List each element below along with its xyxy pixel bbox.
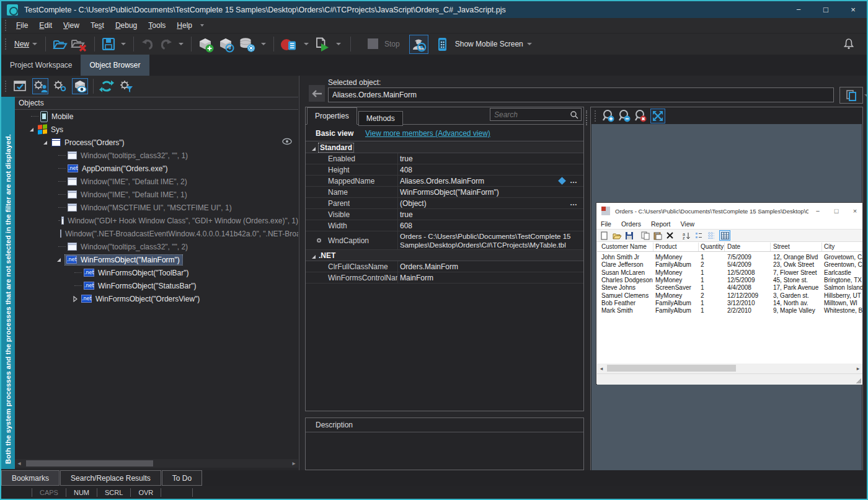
menu-file[interactable]: File [11,19,33,32]
tree-item-window-ime1[interactable]: Window("IME", "Default IME", 1) [15,188,298,201]
spy-mobile-icon[interactable] [409,35,428,54]
menubar-overflow-icon[interactable] [200,24,204,27]
search-input[interactable] [490,109,569,120]
tree-item-mainform[interactable]: .net WinFormsObject("MainForm") [15,253,298,266]
orders-new-icon[interactable] [600,231,609,240]
search-box[interactable] [490,108,582,121]
column-header[interactable]: Date [727,243,740,250]
orders-smallgrid-icon[interactable] [707,231,715,240]
run-dropdown-icon[interactable] [336,43,341,45]
panel-splitter[interactable] [586,110,587,125]
property-row-parent[interactable]: Parent (Object) … [306,198,583,209]
property-row-name[interactable]: Name WinFormsObject("MainForm") [306,187,583,198]
tree-item-process-orders[interactable]: Process("Orders") [15,136,298,149]
preview-toolbar-grip[interactable] [595,110,597,122]
orders-scroll-left-icon[interactable]: ◂ [597,365,606,372]
orders-minimize-button[interactable]: − [808,207,827,215]
property-row-winformscontrolname[interactable]: WinFormsControlName MainForm [306,272,583,283]
grid-row[interactable]: Samuel ClemensMyMoney212/12/20093, Garde… [597,292,862,300]
scroll-right-icon[interactable]: ▸ [290,459,298,468]
menu-test[interactable]: Test [85,19,110,32]
new-button[interactable]: New [11,35,41,53]
orders-copy-icon[interactable] [641,231,650,240]
tree-item-window-msctfime[interactable]: Window("MSCTFIME UI", "MSCTFIME UI", 1) [15,201,298,214]
tools-dropdown-icon[interactable] [261,43,266,45]
grid-row[interactable]: Bob FeatherFamilyAlbum13/12/201014, Nort… [597,300,862,307]
menu-tools[interactable]: Tools [143,19,171,32]
column-header[interactable]: Street [773,243,790,250]
tree-item-window-tooltips2[interactable]: Window("tooltips_class32", "", 2) [15,240,298,253]
grid-row[interactable]: John Smith JrMyMoney17/5/200912, Orange … [597,254,862,261]
column-header[interactable]: Product [655,243,676,250]
column-header[interactable]: Quantity [701,243,724,250]
tree-item-toolbar[interactable]: .net WinFormsObject("ToolBar") [15,266,298,279]
orders-menu-file[interactable]: File [596,220,617,228]
orders-resize-grip[interactable] [856,378,861,383]
group-expanded-icon[interactable] [311,254,317,260]
grid-row[interactable]: Charles DodgesonMyMoney112/5/200945, Sto… [597,277,862,284]
tree-item-ordersview[interactable]: .net WinFormsObject("OrdersView") [15,292,298,305]
zoom-reset-icon[interactable] [633,109,648,123]
show-user-processes-icon[interactable] [32,78,48,94]
property-group-standard[interactable]: Standard [306,142,583,153]
column-header[interactable]: City [824,243,835,250]
scrollbar-thumb[interactable] [26,460,153,467]
zoom-out-icon[interactable] [617,109,632,123]
grid-row[interactable]: Steve JohnsScreenSaver14/4/200817, Park … [597,284,862,292]
tree-item-statusbar[interactable]: .net WinFormsObject("StatusBar") [15,279,298,292]
tab-bookmarks[interactable]: Bookmarks [1,470,60,486]
open-project-icon[interactable] [52,37,67,51]
maximize-button[interactable]: □ [812,1,839,18]
orders-save-icon[interactable] [625,231,634,240]
tab-object-browser[interactable]: Object Browser [81,55,149,76]
run-icon[interactable] [314,37,331,51]
redo-icon[interactable] [159,37,174,51]
grid-row[interactable]: Mark SmithFamilyAlbum12/2/20109, Maple V… [597,307,862,315]
menu-edit[interactable]: Edit [33,19,58,32]
orders-scrollbar-thumb[interactable] [607,365,736,372]
toolbar-grip[interactable] [5,38,7,50]
collapsed-arrow-icon[interactable] [72,296,78,302]
record-dropdown-icon[interactable] [304,43,309,45]
advanced-view-link[interactable]: View more members (Advanced view) [365,129,490,138]
property-row-clrfullclassname[interactable]: ClrFullClassName Orders.MainForm [306,261,583,272]
save-dropdown-icon[interactable] [121,43,126,45]
orders-delete-icon[interactable] [666,231,675,240]
database-options-icon[interactable] [239,37,256,51]
orders-table-view-icon[interactable] [719,230,730,241]
tree-item-mobile[interactable]: Mobile [15,110,298,123]
tab-todo[interactable]: To Do [162,470,202,486]
property-row-width[interactable]: Width 608 [306,220,583,231]
orders-checklist-icon[interactable] [694,231,703,240]
orders-maximize-button[interactable]: □ [827,207,846,215]
grid-row[interactable]: Susan McLarenMyMoney112/5/20087, Flower … [597,269,862,277]
orders-open-icon[interactable] [613,231,621,240]
property-row-height[interactable]: Height 408 [306,164,583,176]
orders-menu-report[interactable]: Report [647,220,676,228]
column-header[interactable]: Customer Name [601,243,647,250]
tree-item-window-gdihook[interactable]: Window("GDI+ Hook Window Class", "GDI+ W… [15,214,298,227]
copy-dropdown-icon[interactable] [864,94,868,97]
orders-menu-view[interactable]: View [676,220,701,228]
ellipsis-button[interactable]: … [570,199,577,207]
tree-horizontal-scrollbar[interactable]: ◂ ▸ [15,459,298,468]
mobile-screen-icon[interactable] [435,37,450,51]
expanded-arrow-icon[interactable] [56,257,62,263]
refresh-icon[interactable] [99,78,115,94]
eye-icon[interactable] [282,138,292,145]
zoom-in-icon[interactable] [601,109,616,123]
menu-help[interactable]: Help [171,19,198,32]
scroll-left-icon[interactable]: ◂ [15,459,24,468]
orders-scroll-right-icon[interactable]: ▸ [854,365,862,372]
show-services-icon[interactable] [52,78,68,94]
back-button[interactable] [309,85,325,102]
show-mobile-screen-label[interactable]: Show Mobile Screen [455,40,523,48]
tree-item-appdomain[interactable]: .net AppDomain("Orders.exe") [15,162,298,175]
minimize-button[interactable]: − [785,1,812,18]
copy-object-button[interactable] [839,87,863,104]
menubar-grip[interactable] [5,20,7,31]
show-window-list-icon[interactable] [12,78,29,94]
mobile-dropdown-icon[interactable] [527,43,532,45]
orders-paste-icon[interactable] [653,231,662,240]
object-spy-icon[interactable] [218,37,235,51]
